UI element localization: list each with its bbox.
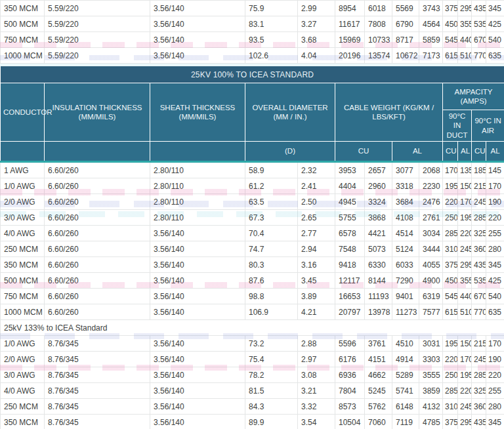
table-cell: 80.3 — [245, 257, 298, 273]
table-cell: 8.76/345 — [45, 415, 150, 429]
table-cell: 2.88 — [298, 336, 335, 352]
table-cell: 7577 — [419, 304, 443, 320]
subheader-duct-cu: CU — [443, 142, 458, 162]
table-cell: 3.54 — [298, 415, 335, 429]
table-row: 1 AWG6.60/2602.80/11058.92.3239532657307… — [1, 162, 504, 178]
table-cell: 5124 — [392, 241, 419, 257]
table-cell: 170 — [486, 178, 504, 194]
table-cell: 255 — [486, 226, 504, 241]
top-table-body: 350 MCM5.59/2203.56/14075.92.99895460185… — [1, 1, 504, 64]
table-cell: 3.56/140 — [150, 352, 245, 367]
table-cell: 3.56/140 — [150, 257, 245, 273]
table-cell: 8573 — [335, 399, 365, 415]
table-cell: 195 — [443, 178, 458, 194]
table-cell: 355 — [458, 16, 472, 32]
subsection-label-25kv-133: 25kV 133% to ICEA Standard — [1, 320, 504, 336]
table-cell: 6790 — [392, 16, 419, 32]
table-cell: 5755 — [335, 210, 365, 226]
subheader-air-al: AL — [486, 142, 504, 162]
table-cell: 3.56/140 — [150, 32, 245, 48]
table-cell: 280 — [486, 399, 504, 415]
table-cell: 250 — [443, 210, 458, 226]
subheader-air-cu: CU — [472, 142, 486, 162]
table-cell: 4914 — [392, 352, 419, 367]
table-cell: 58.9 — [245, 162, 298, 178]
table-cell: 295 — [458, 1, 472, 16]
table-row: 250 MCM6.60/2603.56/14074.72.94754850735… — [1, 241, 504, 257]
table-cell: 215 — [472, 178, 486, 194]
table-cell: 3034 — [419, 226, 443, 241]
table-cell: 10672 — [392, 48, 419, 64]
table-cell: 6.60/260 — [45, 194, 150, 210]
table-cell: 770 — [472, 304, 486, 320]
table-cell: 3.27 — [298, 16, 335, 32]
table-cell: 2/0 AWG — [1, 194, 45, 210]
table-cell: 10504 — [335, 415, 365, 429]
col-header-90c-in-duct: 90°C IN DUCT — [443, 110, 472, 142]
table-cell: 10733 — [365, 32, 392, 48]
table-cell: 78.2 — [245, 367, 298, 383]
col-header-ampacity: AMPACITY (AMPS) — [443, 83, 504, 110]
table-cell: 3031 — [419, 336, 443, 352]
table-cell: 4785 — [419, 415, 443, 429]
table-cell: 7119 — [392, 415, 419, 429]
table-cell: 7290 — [392, 273, 419, 289]
table-cell: 11273 — [392, 304, 419, 320]
table-cell: 510 — [458, 304, 472, 320]
table-cell: 375 — [443, 415, 458, 429]
table-cell: 4/0 AWG — [1, 226, 45, 241]
table-cell: 425 — [486, 273, 504, 289]
table-cell: 535 — [472, 16, 486, 32]
table-cell: 8717 — [392, 32, 419, 48]
table-row: 500 MCM6.60/2603.56/14087.63.45121178144… — [1, 273, 504, 289]
table-cell: 2.80/110 — [150, 162, 245, 178]
table-row: 1/0 AWG8.76/3453.56/14073.22.88559637614… — [1, 336, 504, 352]
table-cell: 5.59/220 — [45, 48, 150, 64]
col-header-overall-diameter: OVERALL DIAMETER (MM / IN.) — [245, 83, 335, 142]
table-cell: 545 — [443, 32, 458, 48]
table-cell: 190 — [486, 352, 504, 367]
table-cell: 6.60/260 — [45, 226, 150, 241]
top-continuation-table: 350 MCM5.59/2203.56/14075.92.99895460185… — [0, 0, 504, 64]
table-cell: 345 — [486, 1, 504, 16]
table-cell: 4055 — [419, 257, 443, 273]
table-cell: 75.4 — [245, 352, 298, 367]
table-cell: 13978 — [365, 304, 392, 320]
table-cell: 450 — [443, 16, 458, 32]
table-cell: 510 — [458, 48, 472, 64]
main-25kv-table: 25KV 100% TO ICEA STANDARD CONDUCTOR INS… — [0, 66, 504, 429]
table-cell: 6033 — [392, 257, 419, 273]
table-cell: 190 — [486, 194, 504, 210]
table-cell: 350 MCM — [1, 257, 45, 273]
table-cell: 2476 — [419, 194, 443, 210]
table-cell: 3953 — [335, 162, 365, 178]
table-cell: 350 MCM — [1, 1, 45, 16]
table-cell: 6148 — [392, 399, 419, 415]
table-cell: 81.5 — [245, 383, 298, 399]
table-cell: 15969 — [335, 32, 365, 48]
table-cell: 280 — [486, 241, 504, 257]
table-cell: 8.76/345 — [45, 383, 150, 399]
table-cell: 215 — [472, 336, 486, 352]
table-cell: 440 — [458, 289, 472, 304]
table-row: 2/0 AWG8.76/3453.56/14075.42.97617641514… — [1, 352, 504, 367]
table-cell: 3.56/140 — [150, 367, 245, 383]
table-row: 750 MCM6.60/2603.56/14098.83.89166531119… — [1, 289, 504, 304]
table-cell: 2.65 — [298, 210, 335, 226]
table-cell: 3.56/140 — [150, 415, 245, 429]
table-cell: 3.56/140 — [150, 241, 245, 257]
table-cell: 3444 — [419, 241, 443, 257]
table-cell: 1/0 AWG — [1, 178, 45, 194]
table-cell: 770 — [472, 48, 486, 64]
table-cell: 73.2 — [245, 336, 298, 352]
table-cell: 3.45 — [298, 273, 335, 289]
table-cell: 245 — [458, 399, 472, 415]
table-cell: 440 — [458, 32, 472, 48]
table-cell: 8.76/345 — [45, 336, 150, 352]
table-cell: 2/0 AWG — [1, 352, 45, 367]
table-cell: 12117 — [335, 273, 365, 289]
cable-spec-table-page: 350 MCM5.59/2203.56/14075.92.99895460185… — [0, 0, 504, 429]
subheader-empty-conductor — [1, 142, 45, 162]
table-cell: 355 — [458, 273, 472, 289]
table-cell: 6578 — [335, 226, 365, 241]
